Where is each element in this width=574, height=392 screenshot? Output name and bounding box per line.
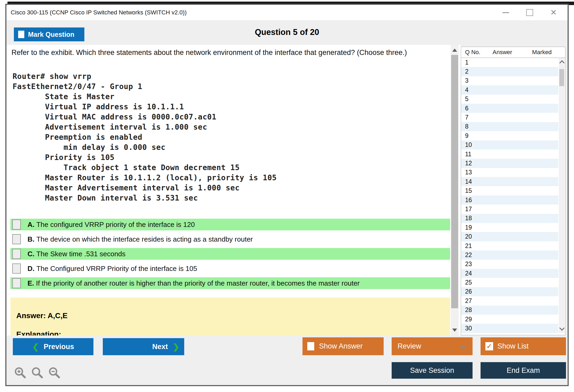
answer-box: Answer: A,C,E Explanation: [10,298,450,335]
show-answer-label: Show Answer [319,342,363,350]
question-list-row-29[interactable]: 29 [461,315,558,324]
question-number: 13 [465,169,472,176]
option-checkbox-E[interactable] [12,278,21,288]
question-list-scrollbar[interactable] [559,58,565,333]
question-list-row-23[interactable]: 23 [461,260,558,269]
scrollbar-thumb[interactable] [451,55,458,308]
app-window: Cisco 300-115 (CCNP Cisco IP Switched Ne… [5,4,569,386]
question-list-row-19[interactable]: 19 [461,223,558,232]
screen: Cisco 300-115 (CCNP Cisco IP Switched Ne… [0,0,574,392]
question-number: 27 [465,297,472,305]
minimize-icon[interactable] [502,12,509,13]
question-number: 15 [465,187,472,194]
question-list-row-27[interactable]: 27 [461,296,558,305]
option-text-E: E. If the priority of another router is … [27,279,360,287]
question-list-row-10[interactable]: 10 [461,141,558,150]
question-list-row-2[interactable]: 2 [461,67,558,76]
question-number: 1 [465,59,469,66]
review-button[interactable]: Review [392,337,473,355]
show-answer-checkbox[interactable] [307,342,314,350]
question-list-row-3[interactable]: 3 [461,76,558,85]
question-list-row-14[interactable]: 14 [461,177,558,186]
question-number: 9 [465,132,469,139]
question-number: 21 [465,242,472,250]
question-list-row-8[interactable]: 8 [461,122,558,131]
question-list-row-13[interactable]: 13 [461,168,558,177]
question-list-row-30[interactable]: 30 [461,324,558,333]
next-button[interactable]: Next ❯ [103,338,184,355]
question-number: 19 [465,224,472,231]
question-number: 6 [465,105,469,112]
question-list-row-28[interactable]: 28 [461,306,558,315]
exhibit-cli-output: Router# show vrrp FastEthernet2/0/47 - G… [13,71,277,203]
option-checkbox-A[interactable] [12,219,21,230]
question-list-row-12[interactable]: 12 [461,159,558,168]
question-list-row-4[interactable]: 4 [461,85,558,94]
question-list-row-21[interactable]: 21 [461,241,558,250]
scrollbar-down-arrow-icon[interactable] [452,329,457,332]
question-list-row-15[interactable]: 15 [461,186,558,195]
check-icon: ✓ [486,342,492,350]
question-number: 12 [465,160,472,167]
previous-label: Previous [44,343,74,351]
next-label: Next [152,343,168,351]
question-list-row-9[interactable]: 9 [461,131,558,140]
question-number: 22 [465,251,472,259]
question-number: 18 [465,215,472,222]
list-scrollbar-thumb[interactable] [559,69,564,86]
question-list-row-1[interactable]: 1 [461,58,558,67]
show-answer-button[interactable]: Show Answer [302,337,384,355]
question-list-row-22[interactable]: 22 [461,250,558,259]
column-header-marked: Marked [532,47,552,58]
next-chevron-icon: ❯ [173,342,179,351]
question-number: 26 [465,288,472,295]
options-list: A. The configured VRRP priority of the i… [10,219,450,289]
list-scroll-down-icon[interactable] [559,325,565,331]
question-list-row-6[interactable]: 6 [461,104,558,113]
question-list-row-7[interactable]: 7 [461,113,558,122]
question-list-row-5[interactable]: 5 [461,95,558,104]
question-list-row-11[interactable]: 11 [461,150,558,159]
question-number: 3 [465,77,469,84]
column-header-qno: Q No. [465,47,480,58]
window-title: Cisco 300-115 (CCNP Cisco IP Switched Ne… [11,5,187,20]
question-prompt: Refer to the exhibit. Which three statem… [11,49,455,57]
option-checkbox-B[interactable] [12,234,21,244]
zoom-in-icon[interactable] [14,366,27,379]
option-row-D: D. The Configured VRRP Priority of the i… [10,263,450,274]
magnifier-icon[interactable] [31,366,44,379]
zoom-out-icon[interactable] [48,366,61,379]
question-list-panel: Q No. Answer Marked 12345678910111213141… [461,47,565,335]
end-exam-label: End Exam [507,366,540,375]
save-session-button[interactable]: Save Session [392,362,473,379]
review-collapse-icon[interactable] [460,345,466,348]
question-list-row-17[interactable]: 17 [461,205,558,214]
review-label: Review [398,342,421,350]
previous-button[interactable]: ❮ Previous [13,338,93,355]
question-scrollbar[interactable] [451,45,459,335]
maximize-icon[interactable] [526,9,533,16]
question-number: 17 [465,206,472,213]
list-scroll-up-icon[interactable] [559,60,565,66]
option-text-C: C. The Skew time .531 seconds [27,250,125,258]
question-number: 16 [465,197,472,204]
question-list-row-24[interactable]: 24 [461,269,558,278]
explanation-label: Explanation: [16,330,61,335]
zoom-controls [14,366,61,379]
show-list-checkbox[interactable]: ✓ [485,342,493,350]
option-row-A: A. The configured VRRP priority of the i… [10,219,450,230]
option-checkbox-D[interactable] [12,263,21,274]
scrollbar-up-arrow-icon[interactable] [452,49,457,52]
question-list-row-16[interactable]: 16 [461,195,558,205]
question-list-row-20[interactable]: 20 [461,232,558,241]
end-exam-button[interactable]: End Exam [481,362,566,379]
close-icon[interactable]: ✕ [550,9,557,17]
question-list-row-25[interactable]: 25 [461,278,558,287]
show-list-label: Show List [497,342,529,350]
question-number: 10 [465,141,472,149]
show-list-button[interactable]: ✓ Show List [481,337,566,355]
question-list-row-26[interactable]: 26 [461,287,558,296]
question-list-header: Q No. Answer Marked [461,47,565,58]
option-checkbox-C[interactable] [12,249,21,259]
question-list-row-18[interactable]: 18 [461,214,558,223]
